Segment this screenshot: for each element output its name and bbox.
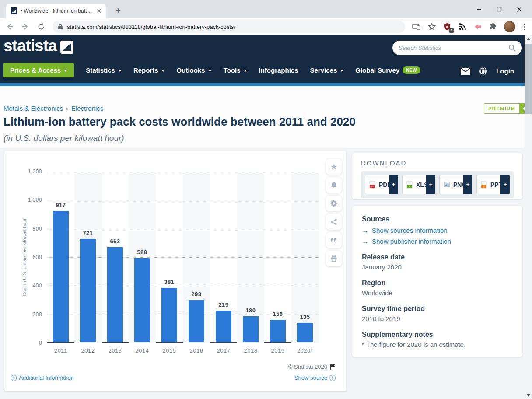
- breadcrumb-item[interactable]: Electronics: [71, 105, 103, 112]
- arrow-right-icon: →: [362, 238, 368, 245]
- bar-2013[interactable]: [107, 247, 123, 342]
- field-label: Release date: [362, 253, 513, 261]
- source-link-0[interactable]: →Show sources information: [362, 227, 513, 234]
- premium-badge[interactable]: PREMIUM +: [484, 103, 529, 114]
- toolbar-right-icons: 5: [412, 21, 527, 32]
- page-title: Lithium-ion battery pack costs worldwide…: [4, 115, 356, 129]
- sources-heading: Sources: [362, 215, 513, 223]
- bar-2016[interactable]: [189, 300, 204, 342]
- bar-2012[interactable]: [80, 239, 96, 342]
- scrollbar-thumb[interactable]: [525, 44, 532, 114]
- source-link-1[interactable]: →Show publisher information: [362, 238, 513, 245]
- print-button[interactable]: [326, 251, 342, 266]
- download-ppt-button[interactable]: pPPT+: [476, 175, 510, 194]
- scroll-up-icon[interactable]: [525, 35, 532, 42]
- bar-2017[interactable]: [216, 311, 231, 342]
- nav-label: Infographics: [259, 66, 298, 74]
- browser-toolbar: statista.com/statistics/883118/global-li…: [0, 18, 532, 35]
- reload-icon[interactable]: [37, 22, 46, 31]
- settings-gear-button[interactable]: [326, 196, 342, 211]
- bar-value-label: 180: [237, 307, 264, 314]
- lock-icon: [58, 24, 63, 30]
- downloadhelper-extension-icon[interactable]: [473, 22, 482, 31]
- nav-item-services[interactable]: Services: [310, 66, 344, 74]
- svg-text:p: p: [483, 185, 484, 188]
- y-axis-tick-label: 400: [15, 282, 42, 289]
- nav-item-reports[interactable]: Reports: [133, 66, 165, 74]
- bar-2015[interactable]: [161, 288, 177, 342]
- rss-extension-icon[interactable]: [458, 22, 467, 31]
- chevron-down-icon: [64, 70, 67, 72]
- nav-item-outlooks[interactable]: Outlooks: [177, 66, 212, 74]
- new-tab-button[interactable]: +: [113, 6, 123, 16]
- bar-2011[interactable]: [53, 211, 69, 342]
- extensions-puzzle-icon[interactable]: [489, 22, 497, 31]
- new-badge: NEW: [402, 66, 420, 74]
- minimize-button[interactable]: [469, 0, 489, 18]
- bar-2018[interactable]: [243, 316, 259, 342]
- pdf-file-icon: pdf: [369, 181, 376, 189]
- main-navigation: Prices & AccessStatisticsReportsOutlooks…: [4, 63, 420, 77]
- statista-logo-text: statista: [4, 38, 57, 54]
- cite-quote-button[interactable]: [326, 232, 342, 248]
- alert-bell-button[interactable]: [326, 177, 342, 193]
- y-axis-tick-label: 600: [15, 254, 42, 260]
- search-input[interactable]: [399, 45, 508, 51]
- profile-avatar[interactable]: [504, 21, 515, 32]
- flag-icon[interactable]: [330, 364, 336, 370]
- page-scrollbar[interactable]: [525, 35, 532, 399]
- search-box[interactable]: [392, 41, 522, 55]
- download-xls-button[interactable]: xXLS+: [402, 175, 435, 194]
- adblock-extension-icon[interactable]: 5: [443, 22, 452, 31]
- additional-information-link[interactable]: ⓘAdditional Information: [10, 374, 74, 381]
- breadcrumb: Metals & Electronics›Electronics: [4, 105, 103, 112]
- url-bar[interactable]: statista.com/statistics/883118/global-li…: [52, 21, 405, 33]
- download-plus-icon: +: [426, 175, 435, 194]
- bar-value-label: 381: [156, 279, 183, 285]
- email-icon[interactable]: [461, 68, 470, 75]
- download-pdf-button[interactable]: pdfPDF+: [365, 175, 398, 194]
- download-plus-icon: +: [500, 175, 510, 194]
- chart-gridline: [47, 200, 318, 200]
- statista-logo[interactable]: statista: [4, 38, 74, 54]
- scroll-down-icon[interactable]: [525, 392, 532, 399]
- browser-tab[interactable]: • Worldwide - lithium ion battery ✕: [6, 4, 106, 18]
- download-png-button[interactable]: PNG+: [439, 175, 472, 194]
- breadcrumb-item[interactable]: Metals & Electronics: [4, 105, 63, 112]
- favorite-star-button[interactable]: [326, 159, 342, 175]
- tab-close-icon[interactable]: ✕: [96, 8, 102, 14]
- site-header: statista Prices & AccessStatisticsReport…: [0, 35, 525, 83]
- nav-item-tools[interactable]: Tools: [224, 66, 247, 74]
- bar-2014[interactable]: [134, 258, 150, 342]
- maximize-button[interactable]: [489, 0, 509, 18]
- x-axis-tick-label: 2015: [156, 347, 183, 354]
- globe-icon[interactable]: [479, 67, 487, 75]
- nav-label: Services: [310, 66, 337, 74]
- bar-2020[interactable]: [297, 323, 313, 342]
- cite-quote-icon: [330, 237, 337, 244]
- devices-icon[interactable]: [412, 22, 421, 31]
- forward-icon[interactable]: [21, 22, 30, 31]
- bookmark-star-icon[interactable]: [427, 22, 436, 31]
- nav-item-global-survey[interactable]: Global SurveyNEW: [355, 66, 420, 74]
- field-region: RegionWorldwide: [362, 279, 513, 297]
- browser-menu-icon[interactable]: [522, 24, 527, 30]
- nav-item-statistics[interactable]: Statistics: [86, 66, 122, 74]
- nav-label: Outlooks: [177, 66, 205, 74]
- login-link[interactable]: Login: [496, 67, 514, 75]
- bar-2019[interactable]: [270, 320, 286, 342]
- share-button[interactable]: [326, 214, 342, 230]
- show-source-link[interactable]: Show sourceⓘ: [294, 374, 336, 381]
- nav-item-prices-access[interactable]: Prices & Access: [4, 63, 74, 77]
- nav-label: Prices & Access: [10, 66, 61, 74]
- close-button[interactable]: [509, 0, 529, 18]
- chart-gridline: [47, 229, 318, 229]
- nav-label: Statistics: [86, 66, 115, 74]
- chevron-down-icon: [161, 70, 165, 72]
- settings-gear-icon: [330, 200, 337, 207]
- back-icon[interactable]: [5, 22, 14, 31]
- png-file-icon: [443, 181, 451, 189]
- details-panel: Sources →Show sources information→Show p…: [352, 206, 522, 357]
- nav-item-infographics[interactable]: Infographics: [259, 66, 298, 74]
- search-icon[interactable]: [508, 44, 516, 52]
